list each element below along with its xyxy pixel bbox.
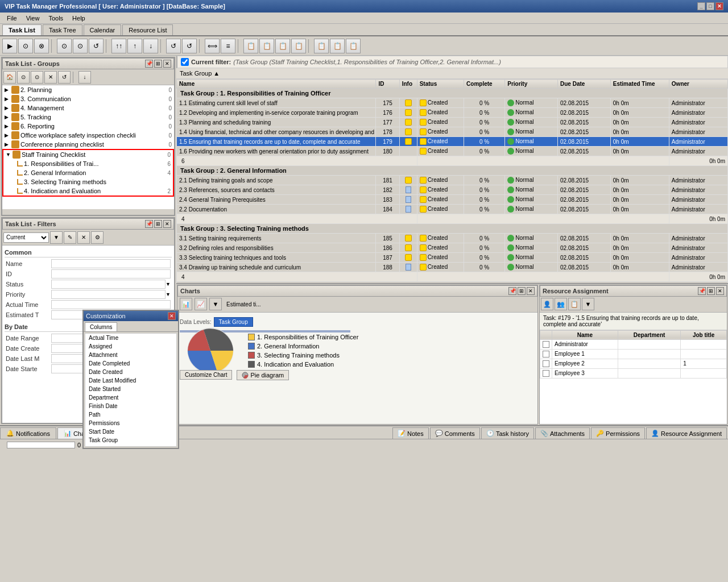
tab-calendar[interactable]: Calendar [84,24,122,35]
col-priority[interactable]: Priority [505,80,558,89]
resource-col-job[interactable]: Job title [681,330,727,339]
group-item-conference[interactable]: ▶ Conference planning checklist 0 [2,140,174,149]
toolbar-btn-g2[interactable]: 📋 [330,39,345,53]
charts-close-btn[interactable]: ✕ [527,287,535,295]
resource-col-dept[interactable]: Department [618,330,680,339]
toolbar-btn-4[interactable]: ⊙ [57,39,72,53]
toolbar-btn-f1[interactable]: 📋 [243,39,258,53]
resource-pin-btn[interactable]: 📌 [698,287,706,295]
groups-filter-btn[interactable]: ✕ [44,71,57,84]
toolbar-btn-e2[interactable]: ≡ [221,39,235,53]
group-item-stc2[interactable]: 2. General Information 4 [3,168,173,177]
popup-column-item[interactable]: Time Left [85,444,176,447]
table-row[interactable]: 3.4 Drawing up training schedule and cur… [177,263,728,272]
tab-task-tree[interactable]: Task Tree [43,24,82,35]
close-btn[interactable]: ✕ [715,2,723,10]
tab-resource-assignment[interactable]: 👤 Resource Assignment [646,427,727,439]
group-item-planning[interactable]: ▶ 2. Planning 0 [2,85,174,94]
col-owner[interactable]: Owner [669,80,727,89]
filters-pin-btn[interactable]: 📌 [145,220,153,228]
groups-add-btn[interactable]: 🏠 [3,71,16,84]
groups-float-btn[interactable]: ⊞ [154,60,162,68]
popup-column-item[interactable]: Department [85,393,176,402]
resource-tool-4[interactable]: ▼ [582,298,594,310]
col-id[interactable]: ID [376,80,399,89]
popup-column-item[interactable]: Task Group [85,436,176,444]
task-scroll-area[interactable]: Name ID Info Status Complete Priority Du… [176,79,728,282]
col-name[interactable]: Name [177,80,376,89]
popup-column-item[interactable]: Attachment [85,351,176,359]
popup-columns-list[interactable]: Actual TimeAssignedAttachmentDate Comple… [85,333,177,447]
popup-close-btn[interactable]: ✕ [168,312,176,320]
resource-tool-1[interactable]: 👤 [541,298,553,310]
table-row[interactable]: 2.1 Defining training goals and scope 18… [177,176,728,185]
table-row[interactable]: 3.1 Setting training requirements 185 Cr… [177,234,728,243]
popup-column-item[interactable]: Start Date [85,427,176,436]
table-row[interactable]: 1.6 Providing new workers with general o… [177,147,728,156]
col-info[interactable]: Info [399,80,417,89]
filter-settings-btn[interactable]: ⚙ [91,231,104,244]
charts-tool-1[interactable]: 📊 [180,298,192,310]
resource-close-btn[interactable]: ✕ [716,287,724,295]
groups-refresh-btn[interactable]: ↺ [58,71,71,84]
resource-col-name[interactable]: Name [552,330,618,339]
table-row[interactable]: 1.4 Using financial, technical and other… [177,127,728,137]
table-row[interactable]: 1.2 Developing and implementing in-servi… [177,108,728,118]
minimize-btn[interactable]: _ [697,2,705,10]
groups-pin-btn[interactable]: 📌 [145,60,153,68]
filters-float-btn[interactable]: ⊞ [154,220,162,228]
toolbar-btn-reload[interactable]: ↺ [166,39,181,53]
tab-comments[interactable]: 💬 Comments [430,427,480,439]
popup-column-item[interactable]: Permissions [85,419,176,427]
toolbar-btn-up2[interactable]: ↑ [127,39,142,53]
charts-tool-2[interactable]: 📈 [195,298,207,310]
groups-delete-btn[interactable]: ⊙ [31,71,43,84]
table-row[interactable]: 2.2 Documentation 184 Created 0 % Normal… [177,205,728,214]
tab-notifications[interactable]: 🔔 Notifications [0,427,56,439]
filter-current-select[interactable]: Current [3,232,49,243]
popup-column-item[interactable]: Finish Date [85,402,176,410]
toolbar-btn-down[interactable]: ↓ [143,39,158,53]
toolbar-btn-5[interactable]: ⊙ [73,39,88,53]
tab-resource-list[interactable]: Resource List [122,24,173,35]
group-item-communication[interactable]: ▶ 3. Communication 0 [2,94,174,103]
toolbar-btn-6[interactable]: ↺ [89,39,104,53]
popup-column-item[interactable]: Date Started [85,385,176,393]
group-item-tracking[interactable]: ▶ 5. Tracking 0 [2,113,174,122]
filter-actualtime-input[interactable] [51,300,171,309]
groups-edit-btn[interactable]: ⊙ [17,71,30,84]
group-item-stc4[interactable]: 4. Indication and Evaluation 2 [3,186,173,196]
toolbar-btn-1[interactable]: ▶ [2,39,17,53]
tab-attachments[interactable]: 📎 Attachments [535,427,590,439]
group-item-office[interactable]: ▶ Office workplace safety inspection che… [2,131,174,140]
menu-tools[interactable]: Tools [44,14,68,23]
menu-view[interactable]: View [22,14,44,23]
filter-priority-dropdown[interactable]: ▼ [166,292,171,297]
col-estimatedtime[interactable]: Estimated Time [610,80,669,89]
table-row[interactable]: 2.3 References, sources and contacts 182… [177,185,728,195]
table-row[interactable]: 2.4 General Training Prerequisites 183 C… [177,195,728,205]
toolbar-btn-f3[interactable]: 📋 [275,39,290,53]
popup-column-item[interactable]: Actual Time [85,334,176,342]
table-row[interactable]: 3.2 Defining roles and responsibilities … [177,243,728,253]
filter-name-input[interactable] [51,259,171,268]
toolbar-btn-expand[interactable]: ⟺ [205,39,220,53]
menu-file[interactable]: File [2,14,22,23]
toolbar-btn-up[interactable]: ↑↑ [111,39,126,53]
toolbar-btn-f4[interactable]: 📋 [291,39,306,53]
popup-tab-columns[interactable]: Columns [85,322,117,331]
filter-status-input[interactable] [51,280,166,289]
filter-funnel-btn[interactable]: ▼ [50,231,63,244]
table-row[interactable]: 1.5 Ensuring that training records are u… [177,137,728,147]
group-item-stc[interactable]: ▼ Staff Training Checklist 0 [3,150,173,159]
toolbar-btn-2[interactable]: ⊙ [18,39,33,53]
group-item-stc1[interactable]: 1. Responsibilities of Trai... 6 [3,159,173,168]
popup-column-item[interactable]: Date Created [85,368,176,376]
groups-down-btn[interactable]: ↓ [78,71,91,84]
tab-task-history[interactable]: 🕑 Task history [481,427,534,439]
groups-list[interactable]: ▶ 2. Planning 0 ▶ 3. Communication 0 ▶ 4… [2,85,174,209]
toolbar-btn-f2[interactable]: 📋 [259,39,274,53]
popup-column-item[interactable]: Date Last Modified [85,376,176,385]
maximize-btn[interactable]: □ [706,2,714,10]
filter-bar-checkbox[interactable] [181,58,189,66]
